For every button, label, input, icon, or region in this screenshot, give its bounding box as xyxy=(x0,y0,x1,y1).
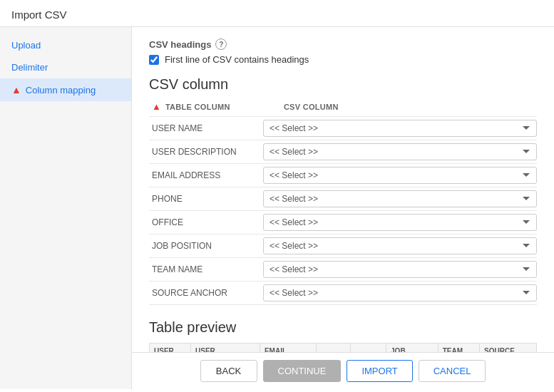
col-select-username: << Select >> xyxy=(263,120,537,137)
col-label-teamname: TEAM NAME xyxy=(149,264,263,274)
select-phone[interactable]: << Select >> xyxy=(263,190,537,207)
mapping-row-username: USER NAME << Select >> xyxy=(149,116,537,140)
col-label-office: OFFICE xyxy=(149,217,263,227)
mapping-table: ▲ TABLE COLUMN CSV COLUMN USER NAME << S… xyxy=(149,101,537,305)
csv-column-title: CSV column xyxy=(149,76,537,93)
back-button[interactable]: BACK xyxy=(200,360,257,382)
csv-headings-checkbox-label: First line of CSV contains headings xyxy=(165,54,309,65)
preview-title: Table preview xyxy=(149,319,537,336)
mapping-row-email: EMAIL ADDRESS << Select >> xyxy=(149,163,537,187)
col-select-sourceanchor: << Select >> xyxy=(263,284,537,301)
col-select-userdesc: << Select >> xyxy=(263,143,537,160)
sidebar-item-upload[interactable]: Upload xyxy=(0,34,131,56)
col-label-phone: PHONE xyxy=(149,194,263,204)
table-warning-icon: ▲ xyxy=(152,101,161,112)
upload-label: Upload xyxy=(11,40,41,51)
column-mapping-warning-icon: ▲ xyxy=(11,84,21,96)
col-label-email: EMAIL ADDRESS xyxy=(149,170,263,180)
mapping-row-office: OFFICE << Select >> xyxy=(149,210,537,234)
main-content: CSV headings ? First line of CSV contain… xyxy=(132,27,554,389)
page-title: Import CSV xyxy=(0,0,554,27)
column-mapping-label: Column mapping xyxy=(26,85,96,96)
col-select-phone: << Select >> xyxy=(263,190,537,207)
col-select-jobpos: << Select >> xyxy=(263,237,537,254)
col-select-teamname: << Select >> xyxy=(263,261,537,278)
mapping-row-phone: PHONE << Select >> xyxy=(149,187,537,210)
csv-column-section: CSV column ▲ TABLE COLUMN CSV COLUMN USE… xyxy=(149,76,537,305)
col-header-table: TABLE COLUMN xyxy=(165,103,279,111)
col-select-office: << Select >> xyxy=(263,214,537,231)
select-office[interactable]: << Select >> xyxy=(263,214,537,231)
footer: BACK CONTINUE IMPORT CANCEL xyxy=(132,352,554,389)
csv-headings-section: CSV headings ? First line of CSV contain… xyxy=(149,38,537,65)
mapping-row-userdesc: USER DESCRIPTION << Select >> xyxy=(149,140,537,163)
col-label-sourceanchor: SOURCE ANCHOR xyxy=(149,288,263,298)
col-label-userdesc: USER DESCRIPTION xyxy=(149,147,263,157)
sidebar-item-column-mapping[interactable]: ▲ Column mapping xyxy=(0,78,131,101)
select-sourceanchor[interactable]: << Select >> xyxy=(263,284,537,301)
mapping-row-teamname: TEAM NAME << Select >> xyxy=(149,257,537,281)
help-icon[interactable]: ? xyxy=(215,38,227,50)
select-teamname[interactable]: << Select >> xyxy=(263,261,537,278)
mapping-row-jobpos: JOB POSITION << Select >> xyxy=(149,234,537,257)
csv-headings-checkbox[interactable] xyxy=(149,55,159,65)
col-select-email: << Select >> xyxy=(263,167,537,184)
delimiter-label: Delimiter xyxy=(11,62,48,73)
sidebar-item-delimiter[interactable]: Delimiter xyxy=(0,56,131,78)
continue-button[interactable]: CONTINUE xyxy=(263,360,342,382)
col-header-csv: CSV COLUMN xyxy=(284,103,534,111)
select-jobpos[interactable]: << Select >> xyxy=(263,237,537,254)
import-button[interactable]: IMPORT xyxy=(347,360,412,382)
sidebar: Upload Delimiter ▲ Column mapping xyxy=(0,27,132,389)
col-label-jobpos: JOB POSITION xyxy=(149,241,263,251)
select-userdesc[interactable]: << Select >> xyxy=(263,143,537,160)
csv-headings-label: CSV headings xyxy=(149,39,211,50)
select-email[interactable]: << Select >> xyxy=(263,167,537,184)
select-username[interactable]: << Select >> xyxy=(263,120,537,137)
col-label-username: USER NAME xyxy=(149,123,263,133)
mapping-row-sourceanchor: SOURCE ANCHOR << Select >> xyxy=(149,281,537,305)
cancel-button[interactable]: CANCEL xyxy=(419,360,486,382)
